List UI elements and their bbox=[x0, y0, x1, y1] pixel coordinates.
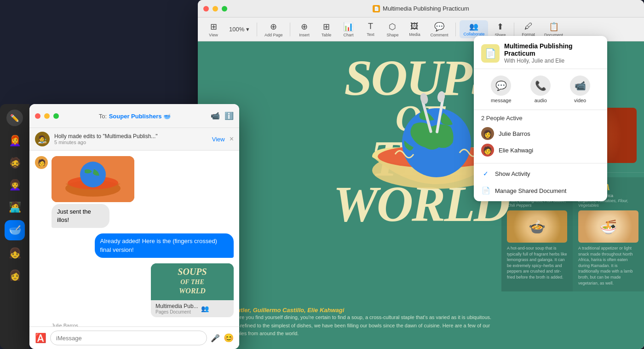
audio-icon: 📞 bbox=[530, 76, 551, 96]
toolbar-table[interactable]: ⊞ Table bbox=[316, 20, 336, 39]
avatar-elie: 🧑 bbox=[481, 144, 494, 157]
collab-people-section: 2 People Active 👩 Julie Barros 🧑 Elie Ka… bbox=[474, 110, 607, 163]
collab-person-elie: 🧑 Elie Kahwagi bbox=[481, 142, 600, 158]
sidebar-contact-2[interactable]: 🧔 bbox=[6, 154, 24, 172]
attachment-preview: SOUPS OF THE WORLD bbox=[151, 263, 234, 300]
messages-titlebar: To: Souper Publishers 🥣 📹 ℹ️ bbox=[29, 104, 239, 128]
harira-image: 🍜 bbox=[578, 210, 638, 243]
collab-video-btn[interactable]: 📹 video bbox=[570, 76, 590, 103]
collaborate-dropdown: 📄 Multimedia Publishing Practicum With H… bbox=[474, 36, 607, 201]
media-icon: 🖼 bbox=[410, 22, 419, 31]
svg-point-6 bbox=[437, 91, 446, 103]
toolbar-zoom[interactable]: 100% ▾ 100% bbox=[225, 24, 253, 35]
collab-person-julie: 👩 Julie Barros bbox=[481, 125, 600, 142]
table-icon: ⊞ bbox=[323, 22, 330, 32]
info-icon[interactable]: ℹ️ bbox=[224, 111, 234, 120]
comment-icon: 💬 bbox=[434, 22, 444, 32]
insert-icon: ⊕ bbox=[301, 22, 308, 32]
notification-close-button[interactable]: × bbox=[230, 135, 234, 143]
messages-input-area: 🅰️ 🎤 😊 bbox=[29, 326, 239, 349]
notification-view-button[interactable]: View bbox=[212, 136, 225, 143]
toolbar-shape[interactable]: ⬡ Shape bbox=[382, 20, 402, 39]
sidebar-contact-6[interactable]: 👧 bbox=[6, 244, 24, 262]
messages-notification: 🧑‍🎨 Holly made edits to "Multimedia Publ… bbox=[29, 128, 239, 151]
message-bubble-sent-1: Already added! Here is the (fingers cros… bbox=[95, 233, 234, 257]
shape-icon: ⬡ bbox=[389, 22, 396, 32]
close-button[interactable] bbox=[203, 6, 209, 12]
toolbar-add-page[interactable]: ⊕ Add Page bbox=[261, 20, 287, 39]
message-bubble-illos: Just sent the illos! bbox=[52, 204, 109, 228]
manage-shared-item[interactable]: 📄 Manage Shared Document bbox=[474, 182, 607, 199]
toolbar-insert[interactable]: ⊕ Insert bbox=[294, 20, 314, 39]
messages-close-button[interactable] bbox=[35, 113, 40, 119]
minimize-button[interactable] bbox=[213, 6, 218, 12]
svg-text:OF THE: OF THE bbox=[180, 279, 204, 285]
check-icon: ✓ bbox=[481, 170, 490, 177]
toolbar-text[interactable]: T Text bbox=[360, 20, 380, 39]
format-icon: 🖊 bbox=[524, 22, 533, 31]
svg-text:WORLD: WORLD bbox=[179, 287, 206, 295]
compose-button[interactable]: ✏️ bbox=[6, 110, 23, 126]
message-icon: 💬 bbox=[491, 76, 511, 96]
sidebar-contact-1[interactable]: 👩‍🦰 bbox=[6, 132, 24, 150]
share-icon: ⬆ bbox=[497, 22, 504, 32]
messages-minimize-button[interactable] bbox=[44, 113, 50, 119]
svg-point-4 bbox=[419, 92, 429, 105]
emoji-picker-icon[interactable]: 😊 bbox=[224, 333, 234, 343]
window-controls bbox=[203, 6, 227, 12]
notif-avatar: 🧑‍🎨 bbox=[35, 132, 50, 146]
view-icon: ⊞ bbox=[210, 22, 217, 32]
message-attachment-row: SOUPS OF THE WORLD Multimedia Pub... Pag… bbox=[35, 263, 234, 317]
maximize-button[interactable] bbox=[222, 6, 227, 12]
document-bottom-text: By Holly Butler, Guillermo Castillo, Eli… bbox=[198, 299, 501, 349]
message-image bbox=[52, 156, 134, 202]
tom-yum-image: 🍲 bbox=[507, 210, 567, 243]
sidebar-contact-3[interactable]: 👩‍🦱 bbox=[6, 176, 24, 194]
collab-menu-items: ✓ Show Activity 📄 Manage Shared Document bbox=[474, 163, 607, 201]
add-page-icon: ⊕ bbox=[270, 22, 277, 32]
messages-sidebar: ✏️ 👩‍🦰 🧔 👩‍🦱 🧑‍💻 🥣 👧 👩 bbox=[0, 104, 29, 349]
document-icon: 📋 bbox=[549, 22, 559, 32]
messages-maximize-button[interactable] bbox=[53, 113, 59, 119]
toolbar-comment[interactable]: 💬 Comment bbox=[426, 20, 452, 39]
messages-list: 🧑 Just sent the illos! A bbox=[29, 151, 239, 326]
messages-window: To: Souper Publishers 🥣 📹 ℹ️ 🧑‍🎨 Holly m… bbox=[29, 104, 239, 349]
chart-icon: 📊 bbox=[343, 22, 353, 32]
app-switcher-icon[interactable]: 🅰️ bbox=[35, 332, 46, 343]
avatar-julie: 👩 bbox=[481, 127, 494, 140]
collaborate-icon: 👥 bbox=[469, 22, 478, 31]
collab-audio-btn[interactable]: 📞 audio bbox=[530, 76, 551, 103]
toolbar-view[interactable]: ⊞ View bbox=[203, 20, 224, 39]
video-call-icon[interactable]: 📹 bbox=[211, 111, 220, 120]
messages-window-controls bbox=[35, 113, 59, 119]
toolbar-chart[interactable]: 📊 Chart bbox=[338, 20, 358, 39]
message-sent-1: Already added! Here is the (fingers cros… bbox=[35, 233, 234, 257]
show-activity-item[interactable]: ✓ Show Activity bbox=[474, 165, 607, 182]
collab-message-btn[interactable]: 💬 message bbox=[491, 76, 512, 103]
toolbar-divider-4 bbox=[514, 23, 514, 36]
text-icon: T bbox=[368, 22, 373, 31]
sidebar-contact-active[interactable]: 🥣 bbox=[5, 220, 25, 240]
attachment-people-icon: 👥 bbox=[201, 305, 209, 312]
video-icon: 📹 bbox=[570, 76, 590, 96]
toolbar-divider-3 bbox=[455, 23, 456, 36]
zoom-icon: 100% ▾ bbox=[229, 26, 249, 33]
sidebar-contact-7[interactable]: 👩 bbox=[6, 266, 24, 285]
toolbar-divider-2 bbox=[290, 23, 290, 36]
pages-window: 📄 Multimedia Publishing Practicum ⊞ View… bbox=[198, 0, 644, 349]
pages-app-icon: 📄 bbox=[373, 5, 380, 12]
sidebar-contact-4[interactable]: 🧑‍💻 bbox=[6, 198, 24, 216]
collab-header: 📄 Multimedia Publishing Practicum With H… bbox=[474, 36, 607, 69]
message-image-row: 🧑 Just sent the illos! bbox=[35, 156, 234, 228]
toolbar-media[interactable]: 🖼 Media bbox=[404, 20, 425, 39]
window-title: 📄 Multimedia Publishing Practicum bbox=[373, 5, 469, 12]
message-attachment[interactable]: SOUPS OF THE WORLD Multimedia Pub... Pag… bbox=[151, 263, 234, 317]
collab-actions: 💬 message 📞 audio 📹 video bbox=[474, 69, 607, 110]
message-input[interactable] bbox=[50, 331, 207, 345]
collab-doc-icon: 📄 bbox=[481, 44, 500, 63]
svg-text:SOUPS: SOUPS bbox=[178, 267, 207, 277]
audio-record-icon[interactable]: 🎤 bbox=[211, 334, 220, 343]
messages-recipient: To: Souper Publishers 🥣 bbox=[63, 112, 207, 120]
pages-titlebar: 📄 Multimedia Publishing Practicum bbox=[198, 0, 644, 17]
message-avatar-1: 🧑 bbox=[35, 156, 48, 169]
